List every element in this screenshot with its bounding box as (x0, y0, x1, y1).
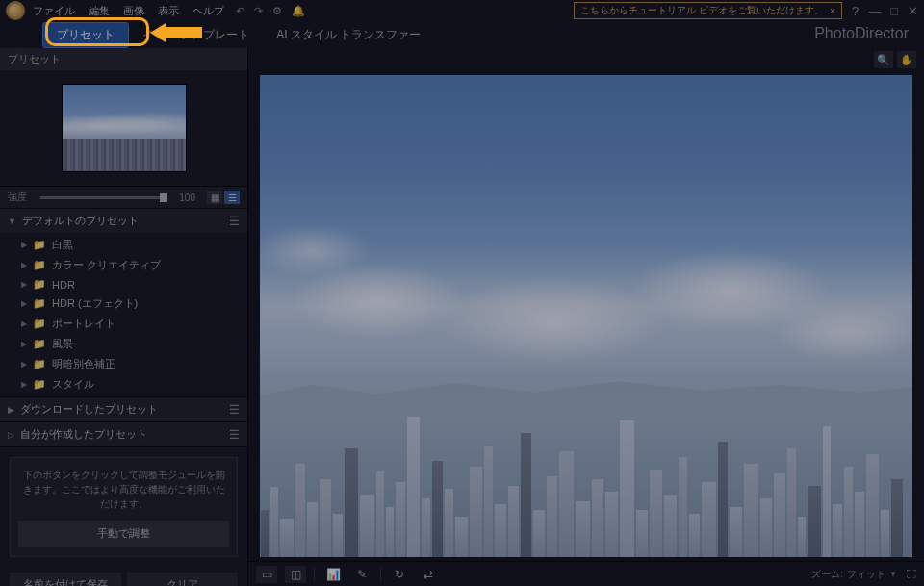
tree-item[interactable]: ▶📁HDR (0, 275, 247, 293)
strength-value: 100 (172, 192, 195, 203)
menu-file[interactable]: ファイル (33, 4, 75, 18)
section-default-presets[interactable]: ▼ デフォルトのプリセット ☰ (0, 209, 247, 233)
sidebar-title: プリセット (0, 48, 247, 70)
menu-edit[interactable]: 編集 (89, 4, 110, 18)
folder-icon: 📁 (33, 259, 46, 271)
tutorial-text: こちらからチュートリアル ビデオをご覧いただけます。 (580, 4, 824, 17)
folder-icon: 📁 (33, 338, 46, 350)
folder-icon: 📁 (33, 358, 46, 370)
tree-item-label: カラー クリエイティブ (52, 258, 161, 272)
tree-item[interactable]: ▶📁風景 (0, 334, 247, 354)
tree-item-label: ポートレイト (52, 317, 116, 331)
save-as-button[interactable]: 名前を付けて保存 (10, 573, 121, 586)
window-close-icon[interactable]: ✕ (908, 4, 918, 18)
tree-item-label: 白黒 (52, 238, 73, 252)
folder-icon: 📁 (33, 239, 46, 251)
clear-button[interactable]: クリア (127, 573, 239, 586)
view-split-icon[interactable]: ◫ (285, 566, 306, 583)
tab-ai-style[interactable]: AI スタイル トランスファー (263, 23, 434, 47)
tree-item-label: HDR (エフェクト) (52, 296, 138, 311)
undo-icon[interactable]: ↶ (236, 5, 244, 17)
canvas-image[interactable] (260, 75, 912, 557)
tree-item[interactable]: ▶📁ポートレイト (0, 314, 247, 334)
caret-down-icon: ▼ (8, 217, 16, 226)
strength-slider[interactable] (40, 196, 167, 199)
tutorial-close-icon[interactable]: × (830, 6, 835, 16)
rotate-icon[interactable]: ↻ (389, 566, 410, 583)
menu-view[interactable]: 表示 (158, 4, 179, 18)
zoom-label: ズーム: (811, 568, 843, 581)
view-single-icon[interactable]: ▭ (256, 566, 277, 583)
section-custom-presets[interactable]: ▷ 自分が作成したプリセット ☰ (0, 422, 247, 446)
tree-item-label: 風景 (52, 337, 73, 351)
zoom-fit-icon[interactable]: ⛶ (907, 569, 916, 579)
tree-item[interactable]: ▶📁スタイル (0, 374, 247, 395)
flip-icon[interactable]: ⇄ (418, 566, 439, 583)
brand-label: PhotoDirector (814, 25, 909, 42)
tree-item[interactable]: ▶📁明暗別色補正 (0, 354, 247, 374)
caret-right-icon: ▶ (21, 360, 27, 369)
caret-right-icon: ▶ (21, 340, 27, 348)
tree-item-label: 明暗別色補正 (52, 357, 116, 371)
tree-item-label: スタイル (52, 377, 94, 392)
section-menu-icon[interactable]: ☰ (229, 403, 240, 417)
section-menu-icon[interactable]: ☰ (229, 428, 240, 442)
menu-image[interactable]: 画像 (123, 4, 144, 18)
folder-icon: 📁 (33, 297, 46, 310)
tree-item-label: HDR (52, 279, 75, 291)
section-downloaded-presets[interactable]: ▶ ダウンロードしたプリセット ☰ (0, 397, 247, 421)
caret-right-icon: ▷ (8, 430, 14, 440)
view-grid-icon[interactable]: ▦ (207, 191, 222, 204)
caret-right-icon: ▶ (21, 380, 27, 389)
tab-layer-template[interactable]: イヤー テンプレート (129, 23, 263, 47)
zoom-tool-icon[interactable]: 🔍 (874, 51, 893, 68)
gear-icon[interactable]: ⚙ (272, 5, 282, 17)
manual-adjust-button[interactable]: 手動で調整 (18, 521, 229, 547)
folder-icon: 📁 (33, 318, 46, 330)
hand-tool-icon[interactable]: ✋ (897, 51, 916, 68)
tree-item[interactable]: ▶📁カラー クリエイティブ (0, 255, 247, 275)
help-text: 下のボタンをクリックして調整モジュールを開きます。ここではより高度な機能がご利用… (18, 468, 229, 511)
section-menu-icon[interactable]: ☰ (229, 215, 240, 228)
caret-right-icon: ▶ (21, 241, 27, 249)
folder-icon: 📁 (33, 378, 46, 391)
view-list-icon[interactable]: ☰ (224, 191, 240, 204)
chevron-down-icon[interactable]: ▼ (889, 570, 897, 578)
histogram-icon[interactable]: 📊 (322, 566, 344, 583)
bell-icon[interactable]: 🔔 (292, 5, 305, 17)
strength-label: 強度 (8, 191, 35, 204)
folder-icon: 📁 (33, 278, 46, 291)
window-minimize-icon[interactable]: — (868, 4, 881, 18)
help-icon[interactable]: ? (852, 4, 859, 18)
app-logo (6, 1, 25, 20)
caret-right-icon: ▶ (21, 319, 27, 328)
menu-help[interactable]: ヘルプ (192, 4, 224, 18)
zoom-value[interactable]: フィット (847, 568, 886, 581)
tutorial-banner[interactable]: こちらからチュートリアル ビデオをご覧いただけます。 × (574, 2, 842, 19)
tab-preset[interactable]: プリセット (42, 22, 129, 48)
tree-item[interactable]: ▶📁HDR (エフェクト) (0, 293, 247, 314)
tree-item[interactable]: ▶📁白黒 (0, 235, 247, 255)
caret-right-icon: ▶ (21, 280, 27, 289)
caret-right-icon: ▶ (8, 405, 14, 415)
caret-right-icon: ▶ (21, 299, 27, 308)
window-maximize-icon[interactable]: □ (890, 4, 898, 18)
crop-icon[interactable]: ✎ (351, 566, 372, 583)
redo-icon[interactable]: ↷ (254, 5, 263, 17)
caret-right-icon: ▶ (21, 261, 27, 269)
preset-preview-thumb[interactable] (62, 84, 187, 172)
